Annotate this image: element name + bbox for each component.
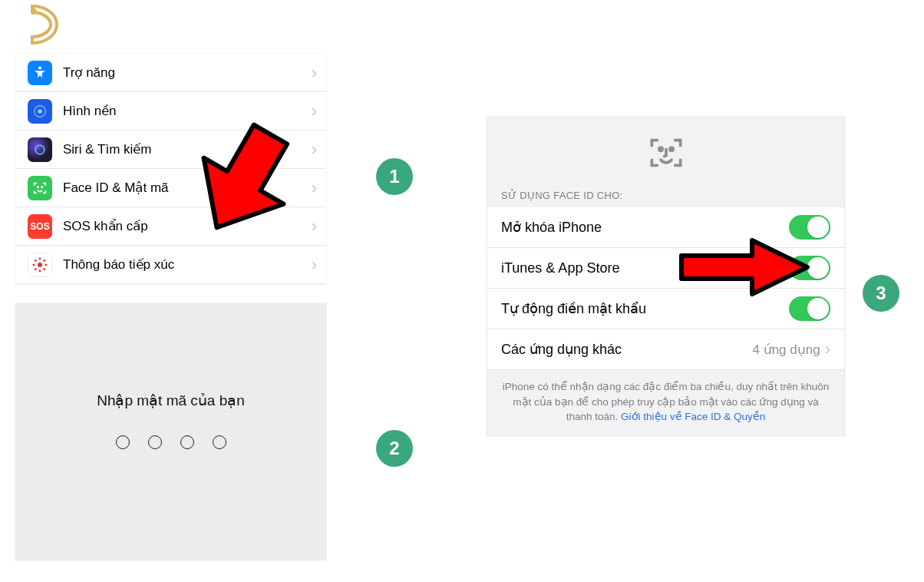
svg-point-9 <box>39 270 41 272</box>
svg-point-7 <box>38 263 42 267</box>
faceid-row-label: iTunes & App Store <box>501 260 789 276</box>
svg-point-1 <box>38 66 41 69</box>
toggle-switch[interactable] <box>789 296 830 321</box>
chevron-right-icon: › <box>305 255 326 275</box>
faceid-row-itunes: iTunes & App Store <box>487 248 844 289</box>
svg-point-10 <box>33 263 35 266</box>
svg-point-5 <box>37 186 38 187</box>
toggle-switch[interactable] <box>789 215 830 240</box>
passcode-dot <box>116 435 130 449</box>
svg-point-8 <box>39 257 41 260</box>
chevron-right-icon: › <box>305 101 326 121</box>
faceid-row-unlock: Mở khóa iPhone <box>487 207 844 248</box>
settings-row-wallpaper[interactable]: Hình nền › <box>15 92 326 131</box>
svg-point-4 <box>35 145 45 154</box>
passcode-dot <box>148 435 162 449</box>
settings-row-sos[interactable]: SOS SOS khẩn cấp › <box>15 207 326 246</box>
passcode-entry-panel: Nhập mật mã của bạn <box>15 303 326 561</box>
settings-row-label: Siri & Tìm kiếm <box>63 141 305 157</box>
svg-point-15 <box>43 268 45 270</box>
passcode-title: Nhập mật mã của bạn <box>97 392 245 409</box>
svg-point-14 <box>35 268 37 270</box>
passcode-dots[interactable] <box>116 435 226 449</box>
svg-point-3 <box>38 109 42 114</box>
svg-point-0 <box>31 8 37 15</box>
accessibility-icon <box>28 61 52 85</box>
settings-row-label: SOS khẩn cấp <box>63 218 305 234</box>
chevron-right-icon: › <box>305 140 326 160</box>
chevron-right-icon: › <box>305 178 326 198</box>
siri-icon <box>28 137 52 162</box>
passcode-dot <box>213 435 226 449</box>
svg-point-18 <box>669 147 672 150</box>
brand-logo <box>17 2 63 48</box>
faceid-row-label: Các ứng dụng khác <box>501 341 752 358</box>
chevron-right-icon: › <box>305 63 326 83</box>
settings-row-siri[interactable]: Siri & Tìm kiếm › <box>15 131 326 169</box>
settings-row-faceid[interactable]: Face ID & Mật mã › <box>15 169 326 207</box>
sos-icon: SOS <box>28 214 52 239</box>
faceid-learn-more-link[interactable]: Giới thiệu về Face ID & Quyền <box>621 411 765 422</box>
svg-point-6 <box>41 186 43 187</box>
passcode-dot <box>180 435 194 449</box>
face-id-icon <box>28 176 52 200</box>
settings-row-label: Thông báo tiếp xúc <box>63 256 305 273</box>
step-badge-2: 2 <box>376 430 413 467</box>
exposure-icon <box>28 253 52 277</box>
svg-point-11 <box>45 263 48 266</box>
settings-row-accessibility[interactable]: Trợ năng › <box>15 54 326 92</box>
svg-point-13 <box>43 259 45 261</box>
step-badge-3: 3 <box>863 275 899 312</box>
wallpaper-icon <box>28 99 52 124</box>
settings-row-label: Face ID & Mật mã <box>63 180 305 196</box>
toggle-switch[interactable] <box>789 256 830 280</box>
svg-point-12 <box>35 259 37 261</box>
section-header: SỬ DỤNG FACE ID CHO: <box>487 188 844 207</box>
settings-row-label: Hình nền <box>63 103 305 119</box>
chevron-right-icon: › <box>825 339 830 359</box>
svg-point-17 <box>658 147 662 150</box>
faceid-row-label: Mở khóa iPhone <box>501 219 789 236</box>
chevron-right-icon: › <box>305 217 326 236</box>
faceid-row-autofill: Tự động điền mật khẩu <box>487 289 844 329</box>
step-badge-1: 1 <box>376 158 413 195</box>
svg-point-2 <box>35 105 46 117</box>
faceid-row-other-apps[interactable]: Các ứng dụng khác 4 ứng dụng › <box>487 329 844 370</box>
faceid-row-label: Tự động điền mật khẩu <box>501 300 789 317</box>
faceid-row-detail: 4 ứng dụng <box>752 342 820 358</box>
faceid-settings-panel: SỬ DỤNG FACE ID CHO: Mở khóa iPhone iTun… <box>487 117 845 436</box>
settings-list-panel: Trợ năng › Hình nền › Siri & Tìm kiếm › … <box>15 54 326 284</box>
faceid-footer-note: iPhone có thể nhận dạng các đặc điểm ba … <box>487 370 844 435</box>
settings-row-exposure[interactable]: Thông báo tiếp xúc › <box>15 246 326 284</box>
settings-row-label: Trợ năng <box>63 64 305 81</box>
face-id-glyph-icon <box>487 117 844 188</box>
